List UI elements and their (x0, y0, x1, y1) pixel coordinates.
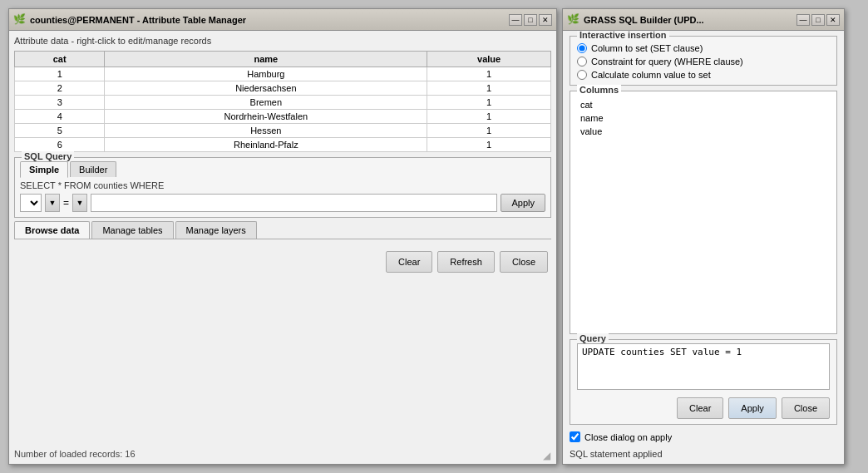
clear-button[interactable]: Clear (386, 251, 432, 273)
sql-tab-bar: Simple Builder (20, 161, 545, 177)
left-window-title: counties@PERMANENT - Attribute Table Man… (30, 15, 506, 25)
query-btn-row: Clear Apply Close (577, 397, 830, 419)
radio-calc-col-label: Calculate column value to set (591, 70, 711, 80)
sql-apply-button[interactable]: Apply (501, 194, 545, 212)
status-text: Number of loaded records: 16 (14, 449, 136, 459)
left-window-controls: — □ ✕ (509, 14, 552, 26)
column-dropdown-arrow[interactable]: ▼ (45, 194, 60, 212)
tab-manage-layers[interactable]: Manage layers (175, 221, 257, 239)
operator-dropdown-arrow[interactable]: ▼ (72, 194, 87, 212)
radio-constraint: Constraint for query (WHERE clause) (577, 57, 830, 67)
cell-cat: 2 (15, 81, 105, 96)
close-query-button[interactable]: Close (782, 397, 830, 419)
column-item[interactable]: name (577, 111, 830, 125)
resize-icon-left: ◢ (543, 450, 551, 458)
tab-simple[interactable]: Simple (20, 161, 68, 178)
table-row: 5Hessen1 (15, 124, 551, 138)
cell-name: Hessen (105, 124, 427, 138)
right-window-content: Interactive insertion Column to set (SET… (563, 31, 844, 464)
cell-cat: 5 (15, 124, 105, 138)
attribute-table: cat name value 1Hamburg12Niedersachsen13… (14, 51, 551, 152)
tab-builder[interactable]: Builder (70, 161, 116, 177)
right-title-bar: 🌿 GRASS SQL Builder (UPD... — □ ✕ (563, 9, 844, 31)
table-row: 6Rheinland-Pfalz1 (15, 138, 551, 152)
sql-query-text: SELECT * FROM counties WHERE (20, 180, 545, 190)
close-table-button[interactable]: Close (500, 251, 548, 273)
clear-query-button[interactable]: Clear (677, 397, 723, 419)
maximize-button-right[interactable]: □ (811, 14, 825, 26)
sql-filter-row: ▼ = ▼ Apply (20, 194, 545, 212)
cell-cat: 4 (15, 110, 105, 124)
refresh-button[interactable]: Refresh (437, 251, 495, 273)
tab-browse-data[interactable]: Browse data (14, 221, 90, 239)
sql-query-group: SQL Query Simple Builder SELECT * FROM c… (14, 157, 551, 218)
radio-column-set: Column to set (SET clause) (577, 43, 830, 53)
col-header-cat: cat (15, 52, 105, 67)
cell-value: 1 (427, 124, 551, 138)
radio-calc-col: Calculate column value to set (577, 70, 830, 80)
cell-name: Nordrhein-Westfalen (105, 110, 427, 124)
bottom-tab-bar: Browse data Manage tables Manage layers (14, 221, 551, 239)
cell-cat: 3 (15, 96, 105, 110)
query-group: Query Clear Apply Close (570, 339, 837, 425)
cell-value: 1 (427, 96, 551, 110)
interactive-insertion-group: Interactive insertion Column to set (SET… (570, 36, 837, 86)
radio-constraint-input[interactable] (577, 57, 587, 67)
maximize-button-left[interactable]: □ (524, 14, 537, 26)
cell-cat: 6 (15, 138, 105, 152)
action-row: Clear Refresh Close (14, 251, 551, 273)
column-item[interactable]: value (577, 125, 830, 138)
right-window-controls: — □ ✕ (796, 14, 840, 26)
close-on-apply-row: Close dialog on apply (570, 431, 837, 442)
col-header-value: value (427, 52, 551, 67)
sql-query-label: SQL Query (22, 151, 74, 161)
col-header-name: name (105, 52, 427, 67)
tab-manage-tables[interactable]: Manage tables (91, 221, 173, 239)
radio-calc-col-input[interactable] (577, 70, 587, 80)
column-select[interactable] (20, 194, 42, 212)
close-button-left[interactable]: ✕ (539, 14, 552, 26)
minimize-button-left[interactable]: — (509, 14, 522, 26)
radio-constraint-label: Constraint for query (WHERE clause) (591, 57, 743, 67)
columns-list: catnamevalue (577, 98, 830, 328)
table-row: 4Nordrhein-Westfalen1 (15, 110, 551, 124)
radio-column-set-input[interactable] (577, 43, 587, 53)
radio-column-set-label: Column to set (SET clause) (591, 43, 703, 53)
minimize-button-right[interactable]: — (796, 14, 810, 26)
column-item[interactable]: cat (577, 98, 830, 111)
cell-name: Hamburg (105, 67, 427, 81)
left-window-content: Attribute data - right-click to edit/man… (9, 31, 556, 464)
table-row: 3Bremen1 (15, 96, 551, 110)
operator-equals: = (63, 197, 69, 209)
columns-group-label: Columns (577, 85, 621, 95)
cell-cat: 1 (15, 67, 105, 81)
columns-group: Columns catnamevalue (570, 91, 837, 334)
attribute-table-manager-window: 🌿 counties@PERMANENT - Attribute Table M… (8, 8, 557, 465)
interactive-insertion-label: Interactive insertion (577, 31, 669, 40)
table-row: 1Hamburg1 (15, 67, 551, 81)
sql-status-text: SQL statement applied (570, 449, 837, 459)
close-button-right[interactable]: ✕ (826, 14, 840, 26)
apply-query-button[interactable]: Apply (728, 397, 777, 419)
section-label: Attribute data - right-click to edit/man… (14, 36, 551, 46)
query-group-label: Query (577, 333, 609, 343)
right-window-title: GRASS SQL Builder (UPD... (584, 15, 793, 25)
cell-name: Niedersachsen (105, 81, 427, 96)
grass-icon-right: 🌿 (567, 13, 580, 27)
table-row: 2Niedersachsen1 (15, 81, 551, 96)
sql-builder-window: 🌿 GRASS SQL Builder (UPD... — □ ✕ Intera… (562, 8, 845, 465)
cell-value: 1 (427, 81, 551, 96)
cell-value: 1 (427, 138, 551, 152)
filter-value-input[interactable] (91, 194, 497, 212)
cell-value: 1 (427, 110, 551, 124)
cell-name: Rheinland-Pfalz (105, 138, 427, 152)
close-on-apply-label: Close dialog on apply (584, 432, 672, 442)
cell-name: Bremen (105, 96, 427, 110)
close-on-apply-checkbox[interactable] (570, 431, 580, 442)
grass-icon-left: 🌿 (13, 13, 27, 27)
status-row: Number of loaded records: 16 ◢ (14, 446, 551, 459)
cell-value: 1 (427, 67, 551, 81)
left-title-bar: 🌿 counties@PERMANENT - Attribute Table M… (9, 9, 556, 31)
query-textarea[interactable] (577, 343, 830, 390)
